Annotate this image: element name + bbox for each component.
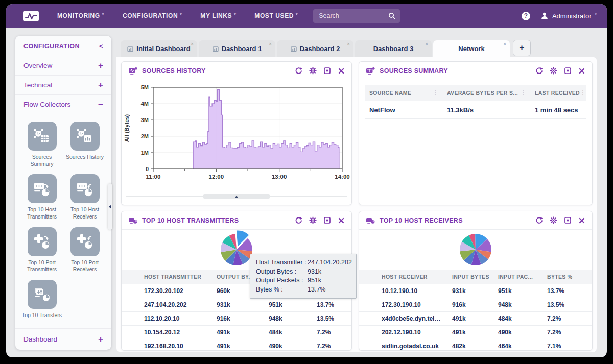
host-cell: 202.12.190.10 xyxy=(378,326,448,339)
column-menu-icon[interactable]: ⋮ xyxy=(521,89,527,96)
widget-tile-top-10-host-receivers[interactable]: Top 10 Host Receivers xyxy=(63,174,106,220)
sidebar: CONFIGURATION < Overview+Technical+Flow … xyxy=(15,36,111,350)
column-header-bytes[interactable]: BYTES % xyxy=(543,270,592,284)
search-input[interactable] xyxy=(318,12,388,20)
refresh-icon[interactable] xyxy=(295,216,302,224)
chevron-down-icon: ▾ xyxy=(234,12,236,16)
column-menu-icon[interactable]: ⋮ xyxy=(580,89,586,96)
nav-right: ? Administrator ▾ xyxy=(522,12,597,20)
chevron-down-icon: ▾ xyxy=(296,12,298,16)
sidebar-footer-label: Dashboard xyxy=(23,335,57,343)
tab-dashboard-2[interactable]: Dashboard 2× xyxy=(277,40,353,57)
close-tab-icon[interactable]: × xyxy=(347,41,350,47)
close-tab-icon[interactable]: × xyxy=(503,41,506,47)
close-icon[interactable] xyxy=(338,217,345,224)
gear-icon[interactable] xyxy=(550,67,557,75)
close-tab-icon[interactable]: × xyxy=(191,41,194,47)
nav-menu-configuration[interactable]: CONFIGURATION▾ xyxy=(123,12,182,19)
sidebar-collapse-icon[interactable]: < xyxy=(99,42,103,50)
pct-cell: 7.2% xyxy=(313,326,351,339)
popout-icon[interactable] xyxy=(323,67,331,75)
table-row: 172.30.190.10 916k 948k 13.5% xyxy=(359,298,592,312)
widget-tile-sources-summary[interactable]: Sources Summary xyxy=(20,122,63,167)
close-icon[interactable] xyxy=(338,67,345,75)
search-icon[interactable] xyxy=(388,12,395,19)
column-header-last-received[interactable]: LAST RECEIVED⋮ xyxy=(531,85,586,101)
dashboard-tab-icon xyxy=(291,46,297,52)
widget-tile-top-10-transfers[interactable]: Top 10 Transfers xyxy=(20,280,63,319)
gear-icon[interactable] xyxy=(309,216,317,224)
close-icon[interactable] xyxy=(578,217,585,224)
close-icon[interactable] xyxy=(578,67,585,75)
port-transmitters-icon xyxy=(28,227,57,256)
top-navbar: MONITORING▾CONFIGURATION▾MY LINKS▾MOST U… xyxy=(6,4,607,28)
widget-tile-top-10-host-transmitters[interactable]: Top 10 Host Transmitters xyxy=(20,174,63,220)
bytes-cell: 916k xyxy=(213,312,265,326)
panel-title: SOURCES HISTORY xyxy=(142,67,206,75)
nav-menu-most-used[interactable]: MOST USED▾ xyxy=(254,12,298,19)
gear-icon[interactable] xyxy=(309,67,317,75)
tooltip-value: 931k xyxy=(308,268,352,277)
tile-label: Top 10 Port Transmitters xyxy=(21,259,62,273)
widget-tile-top-10-port-transmitters[interactable]: Top 10 Port Transmitters xyxy=(20,227,63,273)
tooltip-value: 951k xyxy=(308,276,352,285)
svg-text:5M: 5M xyxy=(141,84,149,90)
widget-tile-top-10-port-receivers[interactable]: Top 10 Port Receivers xyxy=(63,227,106,273)
close-tab-icon[interactable]: × xyxy=(269,41,272,47)
tooltip-label: Bytes % : xyxy=(256,285,308,295)
swatch-cell xyxy=(122,326,140,339)
table-row: 112.10.20.10 916k 948k 13.5% xyxy=(122,312,351,326)
refresh-icon[interactable] xyxy=(535,67,543,75)
pie-widget-icon xyxy=(128,216,137,225)
user-menu[interactable]: Administrator ▾ xyxy=(540,12,597,20)
popout-icon[interactable] xyxy=(564,216,572,224)
column-header-host-receiver[interactable]: HOST RECEIVER xyxy=(378,270,448,284)
nav-menu-my-links[interactable]: MY LINKS▾ xyxy=(200,12,236,19)
pie-widget-icon xyxy=(366,216,375,225)
tab-network[interactable]: Network× xyxy=(433,40,510,57)
brand-logo-icon[interactable] xyxy=(23,11,39,21)
column-menu-icon[interactable]: ⋮ xyxy=(433,89,439,96)
tab-initial-dashboard[interactable]: Initial Dashboard× xyxy=(121,40,197,57)
column-header-input-pac[interactable]: INPUT PAC... xyxy=(494,270,543,284)
help-icon[interactable]: ? xyxy=(522,12,530,20)
popout-icon[interactable] xyxy=(323,216,331,224)
sidebar-section-flow-collectors[interactable]: Flow Collectors− xyxy=(15,94,111,114)
swatch-cell xyxy=(122,298,140,312)
host-cell: sidlin.gotadsl.co.uk xyxy=(378,339,448,351)
app-window: MONITORING▾CONFIGURATION▾MY LINKS▾MOST U… xyxy=(6,4,607,357)
nav-menu-label: CONFIGURATION xyxy=(123,12,178,19)
sidebar-section-technical[interactable]: Technical+ xyxy=(15,75,111,94)
nav-menu-label: MY LINKS xyxy=(200,12,232,19)
sidebar-item-dashboard[interactable]: Dashboard + xyxy=(15,328,111,350)
widget-tile-sources-history[interactable]: Sources History xyxy=(63,122,106,167)
close-tab-icon[interactable]: × xyxy=(425,41,428,47)
receivers-pie-chart[interactable] xyxy=(359,230,592,270)
tab-label: Dashboard 1 xyxy=(222,45,262,53)
column-header-average-bytes-per-s[interactable]: AVERAGE BYTES PER S...⋮ xyxy=(443,85,531,101)
panel-resize-handle[interactable] xyxy=(203,194,270,199)
tab-dashboard-3[interactable]: Dashboard 3× xyxy=(355,40,432,57)
add-tab-button[interactable]: + xyxy=(513,40,531,56)
refresh-icon[interactable] xyxy=(535,216,543,224)
panel-sources-history: SOURCES HISTORY 01M2M3M4M5M11:0012:0013:… xyxy=(121,61,352,205)
column-header-host-transmitter[interactable]: HOST TRANSMITTER xyxy=(140,270,213,284)
refresh-icon[interactable] xyxy=(295,67,302,75)
tab-dashboard-1[interactable]: Dashboard 1× xyxy=(199,40,275,57)
avg-bytes: 11.3kB/s xyxy=(443,101,531,119)
popout-icon[interactable] xyxy=(564,67,572,75)
column-header-source-name[interactable]: SOURCE NAME⋮ xyxy=(365,85,443,101)
svg-text:12:00: 12:00 xyxy=(209,174,224,180)
tile-label: Sources Summary xyxy=(21,154,62,167)
receivers-table: HOST RECEIVERINPUT BYTESINPUT PAC...BYTE… xyxy=(359,270,592,351)
tile-label: Top 10 Port Receivers xyxy=(64,259,105,273)
sidebar-section-overview[interactable]: Overview+ xyxy=(15,56,111,75)
gear-icon[interactable] xyxy=(550,216,557,224)
panel-header: SOURCES SUMMARY xyxy=(359,62,592,80)
sidebar-resize-handle[interactable] xyxy=(108,184,112,230)
nav-menu-monitoring[interactable]: MONITORING▾ xyxy=(57,12,104,19)
svg-text:1M: 1M xyxy=(141,150,149,156)
column-header-input-bytes[interactable]: INPUT BYTES xyxy=(448,270,494,284)
section-label: Technical xyxy=(23,81,52,89)
sidebar-sections: Overview+Technical+Flow Collectors− xyxy=(15,56,111,114)
